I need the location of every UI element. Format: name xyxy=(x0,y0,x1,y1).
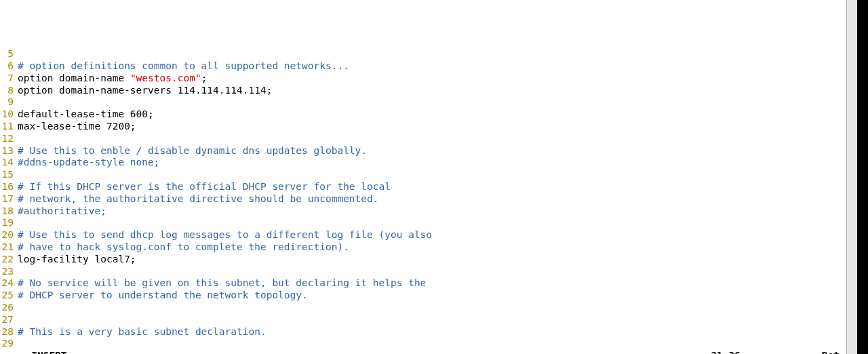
code-content[interactable]: # option definitions common to all suppo… xyxy=(16,60,349,73)
code-line[interactable]: 16# If this DHCP server is the official … xyxy=(0,181,846,193)
code-line[interactable]: 7option domain-name "westos.com"; xyxy=(0,73,846,85)
line-number: 12 xyxy=(0,133,16,145)
line-number: 16 xyxy=(0,181,16,193)
code-line[interactable]: 5 xyxy=(0,48,846,60)
code-line[interactable]: 9 xyxy=(0,96,846,109)
code-line[interactable]: 14#ddns-update-style none; xyxy=(0,157,846,169)
line-number: 26 xyxy=(0,302,16,314)
code-content[interactable]: option domain-name "westos.com"; xyxy=(16,73,207,85)
code-content[interactable]: option domain-name-servers 114.114.114.1… xyxy=(16,85,272,97)
line-number: 13 xyxy=(0,145,16,157)
line-number: 19 xyxy=(0,217,16,229)
right-border xyxy=(857,0,868,354)
code-line[interactable]: 22log-facility local7; xyxy=(0,254,846,266)
code-content[interactable]: #ddns-update-style none; xyxy=(16,157,160,169)
code-line[interactable]: 27 xyxy=(0,314,846,326)
code-line[interactable]: 12 xyxy=(0,133,846,145)
line-number: 23 xyxy=(0,266,16,278)
line-number: 7 xyxy=(0,73,16,85)
line-number: 22 xyxy=(0,254,16,266)
code-line[interactable]: 13# Use this to enble / disable dynamic … xyxy=(0,145,846,157)
code-line[interactable]: 11max-lease-time 7200; xyxy=(0,121,846,133)
scrollbar-track[interactable] xyxy=(846,0,857,354)
line-number: 9 xyxy=(0,96,16,109)
code-line[interactable]: 8option domain-name-servers 114.114.114.… xyxy=(0,85,846,97)
code-content[interactable]: # network, the authoritative directive s… xyxy=(16,193,379,205)
code-line[interactable]: 18#authoritative; xyxy=(0,205,846,218)
line-number: 27 xyxy=(0,314,16,326)
code-line[interactable]: 17# network, the authoritative directive… xyxy=(0,193,846,205)
code-line[interactable]: 19 xyxy=(0,217,846,229)
scroll-indicator: Bot xyxy=(822,350,840,354)
line-number: 28 xyxy=(0,326,16,338)
line-number: 24 xyxy=(0,277,16,290)
line-number: 17 xyxy=(0,193,16,205)
code-content[interactable]: # Use this to enble / disable dynamic dn… xyxy=(16,145,367,157)
code-line[interactable]: 28# This is a very basic subnet declarat… xyxy=(0,326,846,338)
line-number: 10 xyxy=(0,109,16,121)
code-content[interactable]: log-facility local7; xyxy=(16,254,136,266)
code-line[interactable]: 25# DHCP server to understand the networ… xyxy=(0,290,846,302)
vim-status-bar: -- INSERT -- 31,36 Bot xyxy=(0,350,846,354)
code-line[interactable]: 10default-lease-time 600; xyxy=(0,109,846,121)
line-number: 29 xyxy=(0,338,16,350)
code-content[interactable]: #authoritative; xyxy=(16,205,106,218)
code-line[interactable]: 20# Use this to send dhcp log messages t… xyxy=(0,229,846,241)
code-content[interactable]: # DHCP server to understand the network … xyxy=(16,290,308,302)
code-line[interactable]: 29 xyxy=(0,338,846,350)
line-number: 15 xyxy=(0,169,16,181)
code-content[interactable]: # If this DHCP server is the official DH… xyxy=(16,181,391,193)
line-number: 21 xyxy=(0,241,16,254)
code-line[interactable]: 23 xyxy=(0,266,846,278)
line-number: 6 xyxy=(0,60,16,73)
code-content[interactable]: # No service will be given on this subne… xyxy=(16,277,426,290)
code-content[interactable]: # Use this to send dhcp log messages to … xyxy=(16,229,432,241)
code-content[interactable]: # have to hack syslog.conf to complete t… xyxy=(16,241,349,254)
line-number: 5 xyxy=(0,48,16,60)
editor-viewport[interactable]: 56# option definitions common to all sup… xyxy=(0,48,846,354)
code-content[interactable]: max-lease-time 7200; xyxy=(16,121,136,133)
line-number: 11 xyxy=(0,121,16,133)
code-content[interactable]: # This is a very basic subnet declaratio… xyxy=(16,326,267,338)
code-line[interactable]: 26 xyxy=(0,302,846,314)
line-number: 18 xyxy=(0,205,16,218)
line-number: 25 xyxy=(0,290,16,302)
line-number: 8 xyxy=(0,85,16,97)
code-line[interactable]: 24# No service will be given on this sub… xyxy=(0,277,846,290)
line-number: 14 xyxy=(0,157,16,169)
cursor-position: 31,36 xyxy=(711,350,741,354)
code-content[interactable]: default-lease-time 600; xyxy=(16,109,154,121)
code-line[interactable]: 15 xyxy=(0,169,846,181)
code-line[interactable]: 21# have to hack syslog.conf to complete… xyxy=(0,241,846,254)
code-line[interactable]: 6# option definitions common to all supp… xyxy=(0,60,846,73)
line-number: 20 xyxy=(0,229,16,241)
vim-mode: -- INSERT -- xyxy=(14,350,711,354)
